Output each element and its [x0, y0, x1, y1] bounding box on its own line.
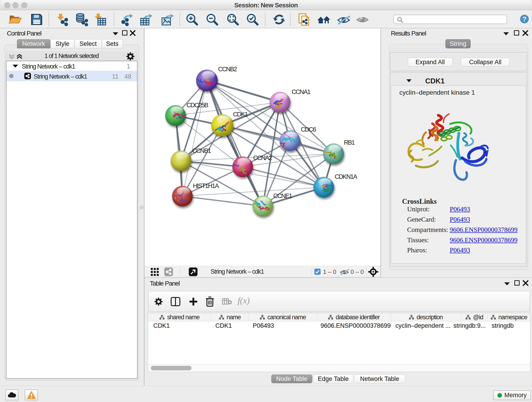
svg-text:CDKN1A: CDKN1A [335, 173, 357, 180]
svg-text:CDC6: CDC6 [301, 126, 316, 133]
svg-text:CCNB1: CCNB1 [192, 147, 211, 154]
svg-text:RB1: RB1 [344, 139, 355, 146]
svg-text:CCNE1: CCNE1 [273, 192, 292, 199]
svg-text:HIST1H1A: HIST1H1A [193, 182, 219, 189]
svg-text:CCNA2: CCNA2 [253, 154, 272, 161]
svg-text:CDK1: CDK1 [233, 111, 248, 118]
svg-text:CCNB2: CCNB2 [218, 66, 237, 73]
svg-text:CCNA1: CCNA1 [292, 89, 310, 95]
svg-text:CDC25B: CDC25B [186, 102, 208, 109]
